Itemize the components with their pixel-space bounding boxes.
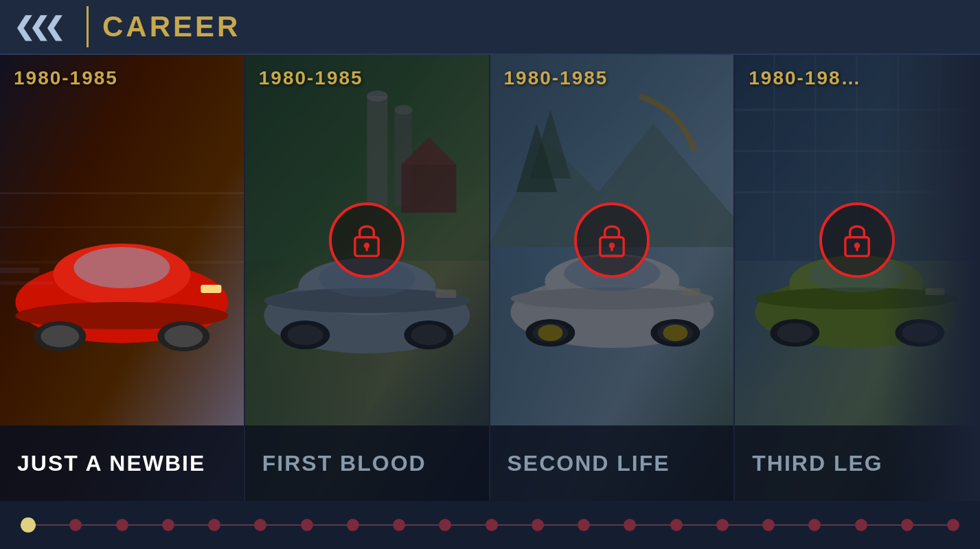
card-label-2: FIRST BLOOD (245, 425, 489, 501)
timeline-dot-9[interactable] (439, 519, 451, 531)
svg-rect-34 (365, 246, 367, 252)
timeline-connector-4 (174, 524, 208, 526)
lock-overlay-4 (735, 55, 979, 425)
timeline-connector-13 (590, 524, 624, 526)
svg-point-11 (73, 247, 170, 288)
timeline-connector-10 (451, 524, 485, 526)
timeline-dot-18[interactable] (855, 519, 867, 531)
timeline-dot-1[interactable] (69, 519, 82, 531)
lock-icon-2 (346, 220, 387, 261)
timeline-connector-19 (867, 524, 901, 526)
timeline-connector-6 (266, 524, 300, 526)
career-card-1[interactable]: 1980-1985 JUST A NEWBIE (0, 55, 245, 501)
back-button[interactable]: ❮❮❮ (14, 14, 59, 39)
svg-point-8 (41, 325, 79, 347)
svg-rect-13 (0, 268, 39, 273)
svg-rect-1 (0, 192, 244, 194)
timeline-dot-10[interactable] (486, 519, 498, 531)
timeline-connector-17 (775, 524, 808, 526)
card-year-1: 1980-1985 (14, 67, 118, 89)
timeline-dot-13[interactable] (624, 519, 636, 531)
lock-circle-3 (574, 202, 650, 278)
timeline-dot-15[interactable] (716, 519, 729, 531)
timeline-connector-15 (683, 524, 716, 526)
timeline-connector-14 (636, 524, 670, 526)
timeline-connector-9 (405, 524, 439, 526)
timeline-dot-4[interactable] (208, 519, 220, 531)
svg-rect-75 (856, 246, 858, 252)
timeline-connector-3 (128, 524, 162, 526)
card-title-3: SECOND LIFE (508, 451, 670, 476)
svg-rect-53 (611, 246, 613, 252)
svg-rect-2 (0, 226, 244, 228)
timeline-dot-17[interactable] (808, 519, 821, 531)
header-divider (87, 6, 89, 47)
lock-icon-3 (591, 220, 633, 261)
timeline-dot-16[interactable] (762, 519, 775, 531)
timeline-connector-18 (821, 524, 854, 526)
svg-point-10 (164, 325, 203, 347)
lock-circle-4 (819, 202, 895, 278)
timeline-line (21, 517, 959, 533)
timeline-connector-5 (220, 524, 254, 526)
timeline-dot-19[interactable] (901, 519, 913, 531)
lock-circle-2 (329, 202, 404, 278)
card-year-4: 1980-198… (749, 67, 861, 89)
cards-container: 1980-1985 JUST A NEWBIE (0, 55, 980, 501)
timeline-dot-6[interactable] (301, 519, 313, 531)
timeline-connector-8 (359, 524, 393, 526)
career-card-3[interactable]: 1980-1985 SECOND LIFE (490, 55, 736, 501)
timeline-connector-2 (82, 524, 115, 526)
card-year-3: 1980-1985 (504, 67, 608, 89)
timeline-dot-0[interactable] (21, 517, 36, 533)
timeline-bar (0, 501, 980, 549)
career-card-4[interactable]: 1980-198… THIRD LEG (735, 55, 980, 501)
back-chevrons-icon: ❮❮❮ (14, 14, 59, 39)
lock-overlay-2 (245, 55, 489, 425)
timeline-connector-1 (36, 524, 69, 526)
card-label-4: THIRD LEG (735, 425, 979, 501)
timeline-dot-2[interactable] (116, 519, 128, 531)
header: ❮❮❮ CAREER (0, 0, 980, 55)
timeline-dot-11[interactable] (532, 519, 544, 531)
timeline-dot-3[interactable] (162, 519, 174, 531)
timeline-dot-5[interactable] (254, 519, 266, 531)
timeline-connector-12 (544, 524, 578, 526)
timeline-dot-8[interactable] (393, 519, 405, 531)
card-label-3: SECOND LIFE (490, 425, 734, 501)
lock-icon-4 (836, 220, 878, 261)
timeline-dot-12[interactable] (578, 519, 590, 531)
timeline-connector-11 (498, 524, 532, 526)
card-title-4: THIRD LEG (752, 451, 882, 476)
timeline-connector-7 (313, 524, 347, 526)
card-label-1: JUST A NEWBIE (0, 425, 244, 501)
timeline-connector-16 (729, 524, 762, 526)
lock-overlay-3 (490, 55, 734, 425)
card-year-2: 1980-1985 (259, 67, 363, 89)
svg-rect-12 (201, 285, 221, 293)
timeline-dot-20[interactable] (947, 519, 959, 531)
page-title: CAREER (102, 10, 240, 43)
timeline-dot-7[interactable] (347, 519, 359, 531)
svg-rect-14 (0, 281, 53, 285)
career-card-2[interactable]: 1980-1985 FIRST BLOOD (245, 55, 490, 501)
card-title-2: FIRST BLOOD (262, 451, 426, 476)
timeline-connector-20 (913, 524, 947, 526)
card-title-1: JUST A NEWBIE (17, 451, 205, 476)
timeline-dot-14[interactable] (670, 519, 683, 531)
